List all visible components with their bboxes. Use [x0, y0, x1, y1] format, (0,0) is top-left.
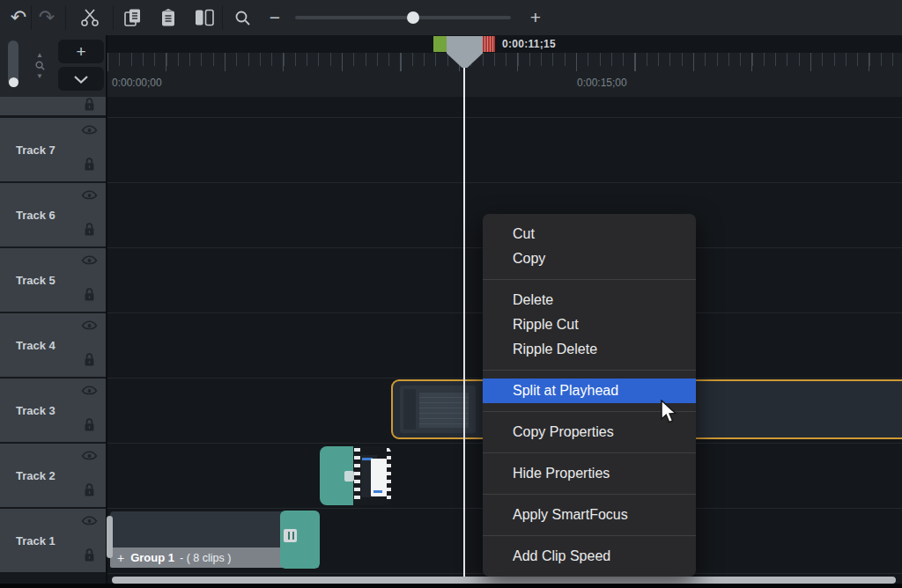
menu-group: Hide Properties	[483, 452, 696, 494]
menu-item-hide-properties[interactable]: Hide Properties	[483, 461, 696, 486]
teal-clip-track-1[interactable]	[280, 511, 320, 569]
playhead-line[interactable]	[463, 52, 465, 577]
playhead-timestamp: 0:00:11;15	[502, 38, 556, 50]
track-name: Track 3	[16, 404, 55, 417]
lock-icon[interactable]	[83, 352, 96, 371]
menu-item-copy[interactable]: Copy	[483, 246, 696, 271]
zoom-to-fit-control[interactable]: ▲ ▼	[30, 39, 49, 92]
collapse-tracks-button[interactable]	[58, 67, 104, 91]
track-name: Track 5	[16, 274, 55, 287]
track-name: Track 1	[16, 534, 55, 548]
context-menu: CutCopyDeleteRipple CutRipple DeleteSpli…	[483, 214, 696, 577]
redo-button[interactable]: ↷	[33, 0, 60, 35]
paste-icon[interactable]	[153, 0, 183, 35]
thumbnail-page	[371, 459, 387, 496]
eye-icon[interactable]	[81, 319, 98, 334]
menu-group: Apply SmartFocus	[483, 494, 696, 535]
group-expand-icon[interactable]: +	[117, 551, 124, 565]
copy-icon[interactable]	[118, 0, 148, 35]
menu-item-ripple-delete[interactable]: Ripple Delete	[483, 337, 696, 362]
playhead-out-handle[interactable]	[483, 36, 495, 52]
clip-grip-handle[interactable]	[284, 529, 297, 542]
zoom-in-button[interactable]: +	[523, 0, 548, 35]
cut-scissors-icon[interactable]	[74, 0, 106, 35]
menu-group: CutCopy	[483, 214, 696, 279]
group-clip-count: - ( 8 clips )	[180, 552, 231, 564]
menu-item-apply-smartfocus[interactable]: Apply SmartFocus	[483, 503, 696, 527]
thumbnail-sidebar	[403, 389, 416, 430]
track-header-track-3[interactable]: Track 3	[0, 379, 106, 442]
eye-icon[interactable]	[81, 123, 98, 139]
track-header-track-4[interactable]: Track 4	[0, 313, 106, 377]
chevron-down-icon	[74, 75, 88, 84]
lock-icon[interactable]	[83, 548, 96, 567]
track-header-track-2[interactable]: Track 2	[0, 444, 106, 507]
mouse-cursor	[660, 400, 679, 430]
panel-divider	[106, 35, 107, 584]
toolbar-separator	[65, 5, 66, 30]
track-controls-panel: ▲ ▼ +	[0, 35, 106, 97]
menu-item-ripple-cut[interactable]: Ripple Cut	[483, 312, 696, 337]
menu-group: Add Clip Speed	[483, 535, 696, 577]
menu-item-delete[interactable]: Delete	[483, 288, 696, 312]
track-header-track-5[interactable]: Track 5	[0, 248, 106, 312]
group-name: Group 1	[130, 551, 174, 564]
zoom-slider-thumb[interactable]	[407, 11, 419, 24]
lock-icon[interactable]	[83, 97, 96, 116]
menu-item-add-clip-speed[interactable]: Add Clip Speed	[483, 544, 696, 569]
bottom-strip	[0, 584, 902, 588]
track-header-track-1[interactable]: Track 1	[0, 509, 106, 572]
lock-icon[interactable]	[83, 417, 96, 437]
toolbar: ↶ ↷ − +	[0, 0, 902, 35]
zoom-slider-track[interactable]	[295, 16, 511, 19]
ruler-major-ticks	[107, 53, 902, 71]
ruler-label-start: 0:00:00;00	[112, 77, 162, 89]
camtasia-timeline-window: ↶ ↷ − + ▲ ▼	[0, 0, 902, 588]
track-header-track-7[interactable]: Track 7	[0, 118, 106, 181]
eye-icon[interactable]	[81, 254, 98, 269]
track-headers-column: Track 7Track 6Track 5Track 4Track 3Track…	[0, 95, 106, 585]
arrow-up-icon: ▲	[36, 51, 43, 59]
arrow-down-icon: ▼	[36, 72, 43, 80]
split-icon[interactable]	[189, 0, 220, 35]
zoom-magnifier-icon[interactable]	[227, 0, 257, 35]
horizontal-scrollbar-thumb[interactable]	[112, 577, 896, 584]
eye-icon[interactable]	[81, 514, 98, 530]
film-sprockets	[387, 448, 391, 503]
thumbnail-content	[419, 393, 469, 428]
clip-grip-handle[interactable]	[344, 471, 354, 481]
clip-track-2[interactable]	[320, 446, 391, 505]
track-name: Track 6	[16, 209, 55, 222]
track-header-track-6[interactable]: Track 6	[0, 183, 106, 246]
ruler-label-15s: 0:00:15;00	[577, 77, 627, 89]
track-height-slider-thumb[interactable]	[9, 77, 18, 87]
toolbar-separator	[31, 5, 32, 30]
zoom-out-button[interactable]: −	[262, 0, 287, 35]
add-track-button[interactable]: +	[58, 40, 104, 63]
toolbar-separator	[222, 5, 223, 30]
track-name: Track 2	[16, 469, 55, 482]
menu-item-cut[interactable]: Cut	[483, 222, 696, 246]
playhead-in-handle[interactable]	[433, 36, 447, 52]
toolbar-separator	[113, 5, 114, 30]
menu-group: DeleteRipple CutRipple Delete	[483, 279, 696, 370]
eye-icon[interactable]	[81, 449, 98, 465]
lock-icon[interactable]	[83, 222, 96, 241]
track-name: Track 7	[16, 143, 55, 157]
track-header-partial[interactable]	[0, 95, 106, 115]
eye-icon[interactable]	[81, 384, 98, 400]
undo-button[interactable]: ↶	[5, 0, 32, 35]
lock-icon[interactable]	[83, 482, 96, 502]
film-sprockets	[354, 448, 360, 503]
track-name: Track 4	[16, 339, 55, 352]
eye-icon[interactable]	[81, 188, 98, 204]
vertical-scrollbar-thumb[interactable]	[107, 516, 113, 558]
magnifier-icon	[34, 60, 46, 71]
lock-icon[interactable]	[83, 157, 96, 176]
lock-icon[interactable]	[83, 287, 96, 306]
timeline-ruler[interactable]: 0:00:00;00 0:00:15;00	[106, 53, 902, 97]
